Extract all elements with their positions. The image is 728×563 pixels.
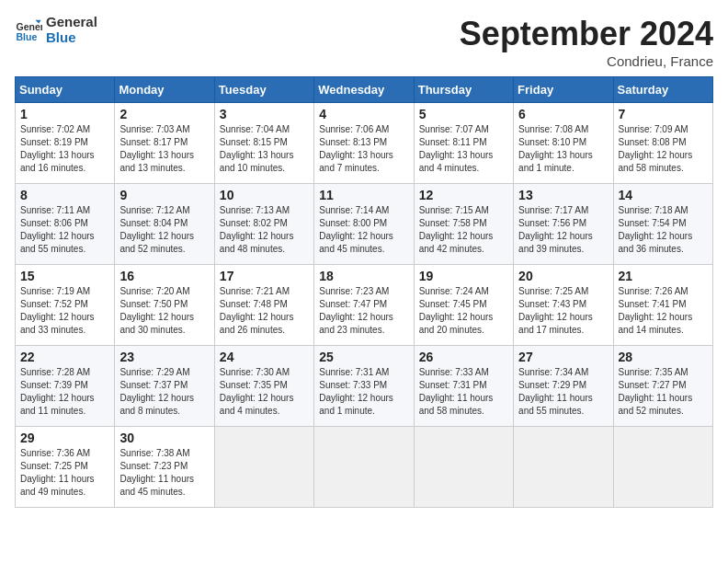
title-block: September 2024 Condrieu, France bbox=[460, 15, 713, 69]
calendar-week-4: 22 Sunrise: 7:28 AM Sunset: 7:39 PM Dayl… bbox=[16, 346, 713, 427]
day-number: 18 bbox=[319, 269, 408, 283]
cell-details: Sunrise: 7:04 AM Sunset: 8:15 PM Dayligh… bbox=[220, 123, 309, 175]
logo-icon: General Blue bbox=[15, 17, 42, 44]
cell-details: Sunrise: 7:20 AM Sunset: 7:50 PM Dayligh… bbox=[119, 285, 209, 337]
header-saturday: Saturday bbox=[613, 77, 712, 103]
calendar-cell: 9 Sunrise: 7:12 AM Sunset: 8:04 PM Dayli… bbox=[115, 184, 214, 265]
calendar-week-2: 8 Sunrise: 7:11 AM Sunset: 8:06 PM Dayli… bbox=[16, 184, 713, 265]
cell-details: Sunrise: 7:08 AM Sunset: 8:10 PM Dayligh… bbox=[518, 123, 608, 175]
day-number: 20 bbox=[518, 269, 608, 283]
day-number: 9 bbox=[119, 188, 209, 202]
calendar-cell: 16 Sunrise: 7:20 AM Sunset: 7:50 PM Dayl… bbox=[115, 265, 214, 346]
day-number: 26 bbox=[419, 350, 508, 364]
cell-details: Sunrise: 7:02 AM Sunset: 8:19 PM Dayligh… bbox=[20, 123, 109, 175]
cell-details: Sunrise: 7:13 AM Sunset: 8:02 PM Dayligh… bbox=[220, 204, 309, 256]
calendar-cell bbox=[414, 427, 513, 508]
calendar-cell: 5 Sunrise: 7:07 AM Sunset: 8:11 PM Dayli… bbox=[414, 103, 513, 184]
calendar-week-5: 29 Sunrise: 7:36 AM Sunset: 7:25 PM Dayl… bbox=[16, 427, 713, 508]
cell-details: Sunrise: 7:06 AM Sunset: 8:13 PM Dayligh… bbox=[319, 123, 408, 175]
day-number: 19 bbox=[419, 269, 508, 283]
calendar-week-1: 1 Sunrise: 7:02 AM Sunset: 8:19 PM Dayli… bbox=[16, 103, 713, 184]
day-number: 13 bbox=[518, 188, 608, 202]
day-number: 11 bbox=[319, 188, 408, 202]
cell-details: Sunrise: 7:34 AM Sunset: 7:29 PM Dayligh… bbox=[518, 366, 608, 418]
calendar-cell: 30 Sunrise: 7:38 AM Sunset: 7:23 PM Dayl… bbox=[115, 427, 214, 508]
cell-details: Sunrise: 7:12 AM Sunset: 8:04 PM Dayligh… bbox=[119, 204, 209, 256]
day-number: 22 bbox=[20, 350, 109, 364]
calendar-cell: 17 Sunrise: 7:21 AM Sunset: 7:48 PM Dayl… bbox=[214, 265, 313, 346]
calendar-cell bbox=[514, 427, 613, 508]
calendar-cell: 8 Sunrise: 7:11 AM Sunset: 8:06 PM Dayli… bbox=[16, 184, 115, 265]
calendar-cell: 10 Sunrise: 7:13 AM Sunset: 8:02 PM Dayl… bbox=[214, 184, 313, 265]
day-number: 24 bbox=[220, 350, 309, 364]
calendar-cell: 1 Sunrise: 7:02 AM Sunset: 8:19 PM Dayli… bbox=[16, 103, 115, 184]
header-tuesday: Tuesday bbox=[214, 77, 313, 103]
cell-details: Sunrise: 7:07 AM Sunset: 8:11 PM Dayligh… bbox=[419, 123, 508, 175]
day-number: 4 bbox=[319, 107, 408, 121]
cell-details: Sunrise: 7:26 AM Sunset: 7:41 PM Dayligh… bbox=[619, 285, 708, 337]
cell-details: Sunrise: 7:21 AM Sunset: 7:48 PM Dayligh… bbox=[220, 285, 309, 337]
calendar-cell: 4 Sunrise: 7:06 AM Sunset: 8:13 PM Dayli… bbox=[314, 103, 414, 184]
calendar-cell: 3 Sunrise: 7:04 AM Sunset: 8:15 PM Dayli… bbox=[214, 103, 313, 184]
header-row: SundayMondayTuesdayWednesdayThursdayFrid… bbox=[16, 77, 713, 103]
day-number: 29 bbox=[20, 431, 109, 445]
calendar-cell: 26 Sunrise: 7:33 AM Sunset: 7:31 PM Dayl… bbox=[414, 346, 513, 427]
calendar-cell: 23 Sunrise: 7:29 AM Sunset: 7:37 PM Dayl… bbox=[115, 346, 214, 427]
logo-blue: Blue bbox=[46, 30, 97, 46]
calendar-cell: 2 Sunrise: 7:03 AM Sunset: 8:17 PM Dayli… bbox=[115, 103, 214, 184]
cell-details: Sunrise: 7:18 AM Sunset: 7:54 PM Dayligh… bbox=[619, 204, 708, 256]
cell-details: Sunrise: 7:31 AM Sunset: 7:33 PM Dayligh… bbox=[319, 366, 408, 418]
calendar-cell: 11 Sunrise: 7:14 AM Sunset: 8:00 PM Dayl… bbox=[314, 184, 414, 265]
cell-details: Sunrise: 7:35 AM Sunset: 7:27 PM Dayligh… bbox=[619, 366, 708, 418]
calendar-cell bbox=[214, 427, 313, 508]
day-number: 5 bbox=[419, 107, 508, 121]
day-number: 10 bbox=[220, 188, 309, 202]
cell-details: Sunrise: 7:03 AM Sunset: 8:17 PM Dayligh… bbox=[119, 123, 209, 175]
calendar-cell bbox=[314, 427, 414, 508]
cell-details: Sunrise: 7:09 AM Sunset: 8:08 PM Dayligh… bbox=[619, 123, 708, 175]
location: Condrieu, France bbox=[460, 53, 713, 69]
day-number: 14 bbox=[619, 188, 708, 202]
day-number: 1 bbox=[20, 107, 109, 121]
calendar-cell bbox=[613, 427, 712, 508]
day-number: 28 bbox=[619, 350, 708, 364]
svg-text:Blue: Blue bbox=[17, 30, 38, 41]
cell-details: Sunrise: 7:24 AM Sunset: 7:45 PM Dayligh… bbox=[419, 285, 508, 337]
calendar-cell: 12 Sunrise: 7:15 AM Sunset: 7:58 PM Dayl… bbox=[414, 184, 513, 265]
calendar-cell: 22 Sunrise: 7:28 AM Sunset: 7:39 PM Dayl… bbox=[16, 346, 115, 427]
logo: General Blue General Blue bbox=[15, 15, 97, 45]
day-number: 12 bbox=[419, 188, 508, 202]
cell-details: Sunrise: 7:11 AM Sunset: 8:06 PM Dayligh… bbox=[20, 204, 109, 256]
calendar-cell: 24 Sunrise: 7:30 AM Sunset: 7:35 PM Dayl… bbox=[214, 346, 313, 427]
calendar-cell: 21 Sunrise: 7:26 AM Sunset: 7:41 PM Dayl… bbox=[613, 265, 712, 346]
day-number: 16 bbox=[119, 269, 209, 283]
cell-details: Sunrise: 7:17 AM Sunset: 7:56 PM Dayligh… bbox=[518, 204, 608, 256]
cell-details: Sunrise: 7:36 AM Sunset: 7:25 PM Dayligh… bbox=[20, 447, 109, 499]
day-number: 15 bbox=[20, 269, 109, 283]
day-number: 17 bbox=[220, 269, 309, 283]
day-number: 30 bbox=[119, 431, 209, 445]
calendar-cell: 19 Sunrise: 7:24 AM Sunset: 7:45 PM Dayl… bbox=[414, 265, 513, 346]
calendar-cell: 14 Sunrise: 7:18 AM Sunset: 7:54 PM Dayl… bbox=[613, 184, 712, 265]
cell-details: Sunrise: 7:19 AM Sunset: 7:52 PM Dayligh… bbox=[20, 285, 109, 337]
calendar-table: SundayMondayTuesdayWednesdayThursdayFrid… bbox=[15, 76, 713, 508]
header-wednesday: Wednesday bbox=[314, 77, 414, 103]
calendar-cell: 25 Sunrise: 7:31 AM Sunset: 7:33 PM Dayl… bbox=[314, 346, 414, 427]
calendar-cell: 27 Sunrise: 7:34 AM Sunset: 7:29 PM Dayl… bbox=[514, 346, 613, 427]
day-number: 23 bbox=[119, 350, 209, 364]
day-number: 21 bbox=[619, 269, 708, 283]
cell-details: Sunrise: 7:15 AM Sunset: 7:58 PM Dayligh… bbox=[419, 204, 508, 256]
header-sunday: Sunday bbox=[16, 77, 115, 103]
header-monday: Monday bbox=[115, 77, 214, 103]
header-thursday: Thursday bbox=[414, 77, 513, 103]
cell-details: Sunrise: 7:29 AM Sunset: 7:37 PM Dayligh… bbox=[119, 366, 209, 418]
cell-details: Sunrise: 7:28 AM Sunset: 7:39 PM Dayligh… bbox=[20, 366, 109, 418]
cell-details: Sunrise: 7:25 AM Sunset: 7:43 PM Dayligh… bbox=[518, 285, 608, 337]
cell-details: Sunrise: 7:23 AM Sunset: 7:47 PM Dayligh… bbox=[319, 285, 408, 337]
header-friday: Friday bbox=[514, 77, 613, 103]
calendar-cell: 15 Sunrise: 7:19 AM Sunset: 7:52 PM Dayl… bbox=[16, 265, 115, 346]
calendar-cell: 20 Sunrise: 7:25 AM Sunset: 7:43 PM Dayl… bbox=[514, 265, 613, 346]
day-number: 7 bbox=[619, 107, 708, 121]
day-number: 8 bbox=[20, 188, 109, 202]
page-header: General Blue General Blue September 2024… bbox=[15, 15, 713, 69]
